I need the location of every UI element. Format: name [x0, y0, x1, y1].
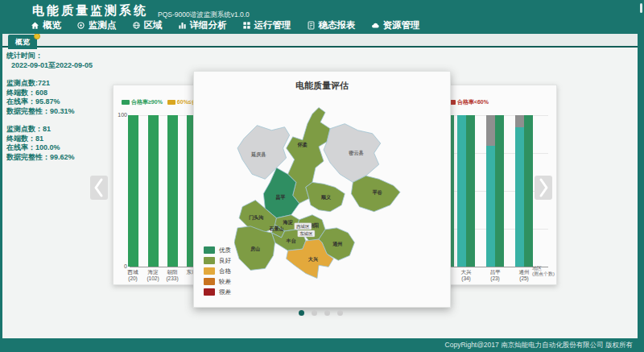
nav-item-bar-chart[interactable]: 详细分析: [178, 19, 227, 31]
carousel-dot-4[interactable]: [337, 310, 343, 316]
content-area: 概览 统计时间： 2022-09-01至2022-09-05 监测点数:721终…: [2, 34, 638, 338]
x-label: 大兴(34): [454, 269, 478, 281]
nav-item-label: 概览: [43, 19, 61, 31]
tab-bar: 概览: [2, 34, 638, 48]
carousel-dot-3[interactable]: [324, 310, 330, 316]
bar-qualified: [495, 115, 504, 267]
nav-item-home[interactable]: 概览: [31, 19, 61, 31]
bar-online: [486, 146, 495, 267]
stats-group-1: 监测点数:721终端数：608在线率：95.87%数据完整性：90.31%: [6, 79, 109, 116]
stats-line: 终端数：608: [6, 89, 109, 98]
app-title: 电能质量监测系统: [32, 3, 148, 19]
bar-qualified: [524, 115, 533, 267]
grid-icon: [242, 21, 251, 30]
map-region-label-shunyi: 顺义: [320, 194, 332, 201]
stats-line: 数据完整性：99.62%: [6, 153, 109, 163]
map-legend-swatch: [204, 278, 215, 285]
footer: CopyRight@2017 南京灿能电力自动化股份有限公司 版权所有: [0, 338, 644, 352]
stats-line: 在线率：95.87%: [6, 97, 109, 107]
x-label-name: 大兴: [454, 269, 478, 275]
map-card-title: 电能质量评估: [194, 80, 450, 92]
globe-icon: [132, 21, 141, 30]
map-legend-label: 优质: [219, 246, 231, 255]
legend-swatch: [167, 100, 175, 105]
legend-item: 合格率<60%: [448, 98, 489, 106]
nav-item-label: 监测点: [89, 19, 117, 31]
legend-label: 合格率<60%: [457, 98, 489, 106]
footer-copyright: CopyRight@2017 南京灿能电力自动化股份有限公司 版权所有: [445, 341, 633, 349]
carousel-dot-1[interactable]: [299, 310, 304, 316]
beijing-district-map: 延庆县怀柔密云县昌平顺义平谷门头沟海淀石景山朝阳西城区东城区丰台通州房山大兴: [234, 107, 405, 283]
stats-line: 在线率：100.0%: [6, 143, 109, 153]
map-legend-item: 良好: [204, 255, 231, 266]
x-label-count: (233): [160, 275, 184, 282]
map-legend-swatch: [204, 257, 215, 264]
app-header: 电能质量监测系统 PQS-9000谐波监测系统v1.0.0 概览监测点区域详细分…: [0, 0, 644, 34]
main-nav: 概览监测点区域详细分析运行管理稳态报表资源管理: [31, 19, 420, 31]
carousel-card-quality-map: 电能质量评估 延庆县怀柔密云县昌平顺义平谷门头沟海淀石景山朝阳西城区东城区丰台通…: [193, 71, 451, 308]
bar-online: [515, 127, 524, 267]
map-region-label-tongzhou: 通州: [332, 241, 342, 246]
map-region-label-haidian: 海淀: [283, 219, 293, 226]
map-legend-item: 合格: [204, 266, 231, 276]
stats-line: 数据完整性：90.31%: [6, 107, 109, 117]
legend-swatch: [122, 100, 130, 105]
x-axis-title-line: 地区: [532, 266, 557, 271]
bar-西城: [128, 115, 138, 267]
map-legend-item: 很差: [204, 287, 231, 297]
y-tick-min: 0: [114, 263, 127, 269]
carousel-dot-2[interactable]: [312, 310, 317, 316]
stats-time-value: 2022-09-01至2022-09-05: [6, 61, 109, 71]
bar-offline: [515, 115, 524, 127]
x-label-count: (23): [483, 275, 507, 282]
carousel-prev-button[interactable]: [90, 176, 108, 200]
tab-overview[interactable]: 概览: [8, 35, 37, 49]
map-region-label-shijingshan: 石景山: [268, 226, 283, 232]
nav-item-report[interactable]: 稳态报表: [307, 19, 356, 31]
map-region-label-miyun: 密云县: [349, 150, 364, 156]
stats-groups: 监测点数:721终端数：608在线率：95.87%数据完整性：90.31%监测点…: [6, 79, 109, 162]
app-window: 电能质量监测系统 PQS-9000谐波监测系统v1.0.0 概览监测点区域详细分…: [0, 0, 644, 352]
map-legend-item: 优质: [204, 245, 231, 255]
map-region-label-fengtai: 丰台: [286, 238, 296, 244]
map-chip-label-xicheng: 西城区: [296, 224, 310, 230]
map-region-label-daxing: 大兴: [308, 256, 318, 263]
bar-chart-icon: [178, 21, 187, 30]
nav-item-cloud[interactable]: 资源管理: [371, 19, 420, 31]
scrollbar-thumb[interactable]: [640, 3, 642, 13]
legend-item: 合格率≥90%: [122, 98, 163, 106]
stats-time-label: 统计时间：: [6, 52, 109, 61]
stats-group-2: 监测点数：81终端数：81在线率：100.0%数据完整性：99.62%: [6, 125, 109, 162]
legend-label: 合格率≥90%: [131, 98, 163, 106]
target-icon: [76, 21, 85, 30]
bar-qualified: [466, 115, 475, 267]
carousel-next-button[interactable]: [535, 176, 552, 200]
map-legend-item: 较差: [204, 276, 231, 287]
x-axis-title-line: (测点个数): [532, 271, 557, 277]
cloud-icon: [371, 21, 380, 30]
bar-offline: [486, 115, 495, 146]
bar-朝阳: [167, 115, 178, 267]
bar-海淀: [148, 115, 159, 267]
nav-item-label: 详细分析: [190, 19, 227, 31]
map-region-label-huairou: 怀柔: [297, 142, 308, 147]
y-tick-max: 100: [114, 112, 127, 118]
nav-item-grid[interactable]: 运行管理: [242, 19, 291, 31]
x-label-count: (34): [454, 275, 478, 282]
map-region-label-pinggu: 平谷: [372, 189, 382, 196]
nav-item-globe[interactable]: 区域: [132, 19, 163, 31]
nav-item-target[interactable]: 监测点: [76, 19, 117, 31]
map-legend-swatch: [204, 267, 215, 275]
tab-pin-icon: [34, 34, 40, 39]
nav-item-label: 资源管理: [383, 19, 420, 31]
map-region-label-fangshan: 房山: [250, 246, 260, 252]
nav-item-label: 稳态报表: [319, 19, 356, 31]
home-icon: [31, 21, 39, 30]
map-region-label-yanqing: 延庆县: [250, 151, 266, 158]
map-legend-label: 良好: [219, 257, 231, 265]
map-legend-swatch: [204, 246, 215, 254]
map-region-label-mentougou: 门头沟: [249, 214, 263, 221]
nav-item-label: 区域: [144, 19, 163, 31]
stats-panel: 统计时间： 2022-09-01至2022-09-05 监测点数:721终端数：…: [6, 52, 109, 162]
x-label-name: 昌平: [483, 269, 507, 275]
